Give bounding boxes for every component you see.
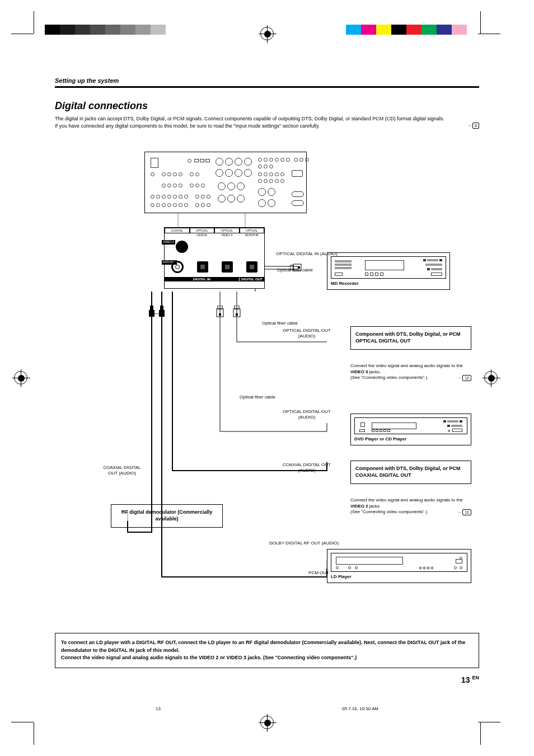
component-coaxial-box: Component with DTS, Dolby Digital, or PC… [350, 461, 471, 483]
crop-mark [480, 11, 481, 34]
optical-jack-icon [197, 261, 208, 273]
crop-mark [34, 11, 34, 34]
component-optical-box: Component with DTS, Dolby Digital, or PC… [350, 326, 471, 349]
dvd-player-device: DVD Player or CD Player [350, 414, 471, 445]
optical-cable-label: Optical fiber cable [277, 267, 322, 273]
svg-rect-5 [159, 310, 165, 317]
svg-rect-4 [160, 306, 163, 310]
color-bar-cmyk [346, 25, 467, 35]
footer-date: 05.7.16, 10:30 AM [342, 706, 378, 711]
dvd-player-label: DVD Player or CD Player [354, 436, 467, 442]
panel-sub-label: MONITOR [240, 233, 265, 237]
svg-rect-6 [218, 306, 222, 309]
receiver-back-panel [144, 152, 307, 213]
digital-out-label: DIGITAL OUT [239, 278, 264, 281]
svg-rect-9 [235, 306, 239, 309]
registration-mark-icon [260, 716, 274, 729]
optical-plug-icon [216, 306, 224, 320]
md-recorder-device: MD Recorder [327, 252, 450, 290]
optical-cable-label: Optical fiber cable [240, 395, 275, 400]
optical-jack-icon [222, 261, 233, 273]
ld-player-device: LD Player [327, 549, 471, 583]
footer-page: 13 [156, 706, 161, 711]
digital-panel-zoom: COAXIAL OPTICAL OPTICAL OPTICAL CD/DVD V… [164, 227, 265, 289]
optical-out-label: OPTICAL DIGITAL OUT (AUDIO) [276, 328, 338, 339]
coax-plug-icon [158, 306, 166, 319]
md-recorder-label: MD Recorder [331, 281, 446, 286]
coax-jack-icon [176, 241, 188, 253]
video2-note: Connect the video signal and analog audi… [350, 497, 471, 515]
video3-note: Connect the video signal and analog audi… [350, 363, 471, 381]
panel-col-label: COAXIAL [165, 228, 190, 233]
crop-mark [34, 722, 34, 745]
page-number: 13 EN [55, 675, 479, 684]
crop-mark [11, 722, 34, 722]
video2-label: VIDEO 2 [162, 240, 175, 245]
panel-col-label: OPTICAL [240, 228, 265, 233]
optical-plug-icon [233, 306, 241, 320]
registration-mark-icon [484, 371, 498, 384]
svg-rect-3 [149, 310, 154, 317]
digital-in-label: DIGITAL IN [165, 278, 239, 281]
crop-mark [480, 722, 481, 745]
panel-sub-label: CD/DVD [190, 233, 215, 237]
intro-text: If you have connected any digital compon… [55, 123, 320, 129]
crop-mark [478, 722, 500, 722]
intro-paragraph: The digital in jacks can accept DTS, Dol… [55, 115, 479, 129]
svg-rect-11 [236, 313, 238, 316]
optical-out-label: OPTICAL DIGITAL OUT (AUDIO) [276, 409, 338, 420]
crop-mark [478, 34, 500, 34]
coax-plug-icon [148, 306, 156, 319]
intro-text: The digital in jacks can accept DTS, Dol… [55, 116, 444, 121]
coax-jack-icon [171, 261, 184, 273]
svg-rect-8 [219, 313, 221, 316]
panel-col-label: OPTICAL [190, 228, 215, 233]
coaxial-out-label: COAXIAL DIGITAL OUT (AUDIO) [276, 462, 338, 473]
page-reference: →8 [467, 123, 479, 129]
bottom-note-box: To connect an LD player with a DIGITAL R… [55, 633, 479, 668]
registration-mark-icon [14, 371, 27, 384]
optical-jack-icon [246, 261, 257, 273]
coaxial-out-left-label: COAXIAL DIGITAL OUT (AUDIO) [100, 465, 144, 476]
color-bar-grayscale [45, 25, 166, 35]
ld-player-label: LD Player [331, 574, 467, 579]
optical-cable-label: Optical fiber cable [262, 321, 298, 326]
rf-demodulator-box: RF digital demodulator (Commercially ava… [111, 504, 223, 527]
panel-col-label: OPTICAL [214, 228, 240, 233]
footer-info: 13 05.7.16, 10:30 AM [55, 706, 479, 711]
section-header: Setting up the system [55, 77, 479, 88]
connection-diagram: COAXIAL OPTICAL OPTICAL OPTICAL CD/DVD V… [55, 152, 479, 622]
registration-mark-icon [260, 27, 274, 40]
page-title: Digital connections [55, 100, 479, 112]
svg-rect-2 [150, 306, 153, 310]
crop-mark [11, 34, 34, 34]
dolby-rf-out-label: DOLBY DIGITAL RF OUT (AUDIO) [268, 541, 340, 546]
panel-sub-label: VIDEO 3 [214, 233, 240, 237]
pcm-out-label: PCM OUT [296, 570, 329, 576]
